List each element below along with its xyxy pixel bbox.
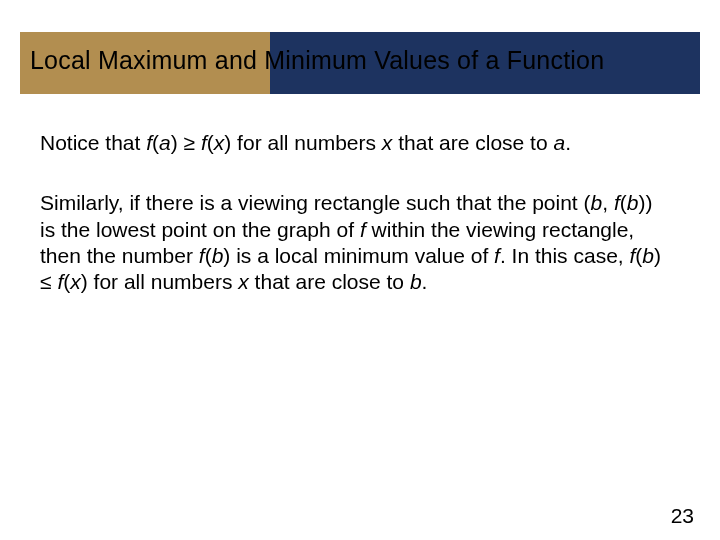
text: ( (205, 244, 212, 267)
text: Notice that (40, 131, 146, 154)
var-b: b (212, 244, 224, 267)
var-a: a (159, 131, 171, 154)
text: . (565, 131, 571, 154)
var-b: b (627, 191, 639, 214)
text: ) for all numbers (81, 270, 239, 293)
text: ( (207, 131, 214, 154)
text: Similarly, if there is a viewing rectang… (40, 191, 591, 214)
text: ) for all numbers (224, 131, 382, 154)
text: ) ≥ (171, 131, 201, 154)
text: ) is a local minimum value of (223, 244, 494, 267)
slide-title: Local Maximum and Minimum Values of a Fu… (30, 46, 604, 75)
paragraph-2: Similarly, if there is a viewing rectang… (40, 190, 670, 295)
var-x: x (382, 131, 393, 154)
text: . (422, 270, 428, 293)
var-x: x (214, 131, 225, 154)
var-b: b (591, 191, 603, 214)
text: that are close to (392, 131, 553, 154)
slide-body: Notice that f(a) ≥ f(x) for all numbers … (40, 130, 670, 329)
paragraph-1: Notice that f(a) ≥ f(x) for all numbers … (40, 130, 670, 156)
var-b: b (642, 244, 654, 267)
slide: Local Maximum and Minimum Values of a Fu… (0, 0, 720, 540)
var-x: x (70, 270, 81, 293)
var-x: x (238, 270, 249, 293)
title-bar: Local Maximum and Minimum Values of a Fu… (20, 32, 700, 94)
text: . In this case, (500, 244, 630, 267)
text: ( (620, 191, 627, 214)
text: , (602, 191, 614, 214)
page-number: 23 (671, 504, 694, 528)
var-a: a (553, 131, 565, 154)
var-b: b (410, 270, 422, 293)
text: that are close to (249, 270, 410, 293)
